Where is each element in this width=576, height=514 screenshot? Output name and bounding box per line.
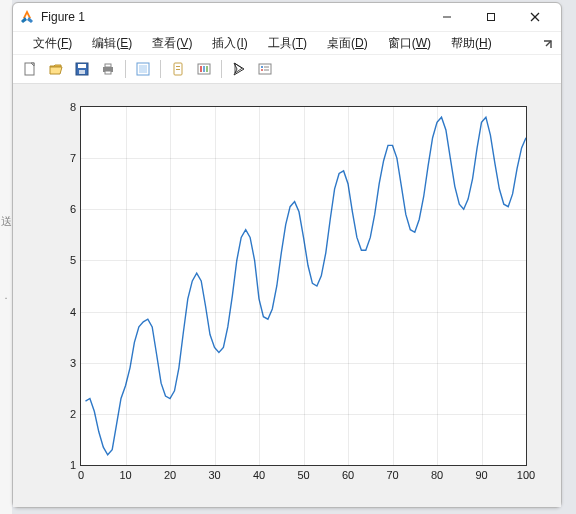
svg-rect-23 (203, 66, 205, 72)
print-preview-button[interactable] (131, 57, 155, 81)
xtick-label: 0 (78, 469, 84, 481)
link-data-button[interactable] (166, 57, 190, 81)
xtick-label: 90 (475, 469, 487, 481)
ytick-label: 7 (70, 152, 76, 164)
xtick-label: 60 (342, 469, 354, 481)
window-title: Figure 1 (41, 10, 425, 24)
svg-rect-24 (206, 66, 208, 72)
gridline-vertical (393, 107, 394, 465)
bg-char: . (4, 289, 7, 301)
ytick-label: 3 (70, 357, 76, 369)
close-button[interactable] (513, 3, 557, 31)
toolbar (13, 55, 561, 84)
background-strip: 送 . (0, 0, 12, 514)
gridline-horizontal (81, 363, 526, 364)
print-button[interactable] (96, 57, 120, 81)
menu-item-3[interactable]: 插入(I) (202, 32, 257, 54)
menu-item-6[interactable]: 窗口(W) (378, 32, 441, 54)
gridline-vertical (259, 107, 260, 465)
xtick-label: 50 (297, 469, 309, 481)
menu-item-7[interactable]: 帮助(H) (441, 32, 502, 54)
gridline-vertical (304, 107, 305, 465)
gridline-vertical (348, 107, 349, 465)
series-line (86, 117, 527, 455)
ytick-label: 5 (70, 254, 76, 266)
xtick-label: 70 (386, 469, 398, 481)
svg-rect-4 (488, 14, 495, 21)
toolbar-separator (160, 60, 161, 78)
menu-item-0[interactable]: 文件(F) (23, 32, 82, 54)
xtick-label: 40 (253, 469, 265, 481)
svg-rect-15 (105, 71, 111, 74)
svg-line-7 (546, 41, 551, 46)
toolbar-separator (125, 60, 126, 78)
insert-legend-button[interactable] (253, 57, 277, 81)
gridline-horizontal (81, 158, 526, 159)
new-figure-button[interactable] (18, 57, 42, 81)
gridline-vertical (437, 107, 438, 465)
edit-plot-button[interactable] (227, 57, 251, 81)
svg-rect-19 (176, 66, 180, 67)
svg-rect-22 (200, 66, 202, 72)
bg-char: 送 (1, 214, 12, 229)
maximize-button[interactable] (469, 3, 513, 31)
ytick-label: 6 (70, 203, 76, 215)
svg-rect-12 (79, 70, 85, 74)
save-button[interactable] (70, 57, 94, 81)
axes[interactable]: 010203040506070809010012345678 (80, 106, 527, 466)
xtick-label: 30 (208, 469, 220, 481)
gridline-horizontal (81, 414, 526, 415)
ytick-label: 1 (70, 459, 76, 471)
minimize-button[interactable] (425, 3, 469, 31)
xtick-label: 80 (431, 469, 443, 481)
xtick-label: 20 (164, 469, 176, 481)
svg-rect-20 (176, 69, 180, 70)
gridline-vertical (482, 107, 483, 465)
menu-item-4[interactable]: 工具(T) (258, 32, 317, 54)
menu-item-1[interactable]: 编辑(E) (82, 32, 142, 54)
toolbar-separator (221, 60, 222, 78)
menu-overflow-icon[interactable] (541, 36, 555, 50)
menu-item-5[interactable]: 桌面(D) (317, 32, 378, 54)
gridline-vertical (126, 107, 127, 465)
svg-marker-0 (23, 10, 31, 18)
insert-colorbar-button[interactable] (192, 57, 216, 81)
xtick-label: 100 (517, 469, 535, 481)
gridline-vertical (170, 107, 171, 465)
ytick-label: 2 (70, 408, 76, 420)
figure-canvas[interactable]: 010203040506070809010012345678 (13, 84, 561, 507)
gridline-horizontal (81, 260, 526, 261)
ytick-label: 8 (70, 101, 76, 113)
gridline-horizontal (81, 209, 526, 210)
svg-rect-26 (259, 64, 271, 74)
svg-rect-17 (139, 65, 147, 73)
title-bar: Figure 1 (13, 3, 561, 31)
menu-item-2[interactable]: 查看(V) (142, 32, 202, 54)
xtick-label: 10 (119, 469, 131, 481)
ytick-label: 4 (70, 306, 76, 318)
svg-rect-11 (78, 64, 86, 68)
gridline-vertical (215, 107, 216, 465)
svg-rect-14 (105, 64, 111, 67)
open-button[interactable] (44, 57, 68, 81)
matlab-icon (19, 9, 35, 25)
menu-bar: 文件(F)编辑(E)查看(V)插入(I)工具(T)桌面(D)窗口(W)帮助(H) (13, 31, 561, 55)
figure-window: Figure 1 文件(F)编辑(E)查看(V)插入(I)工具(T)桌面(D)窗… (12, 2, 562, 508)
gridline-horizontal (81, 312, 526, 313)
